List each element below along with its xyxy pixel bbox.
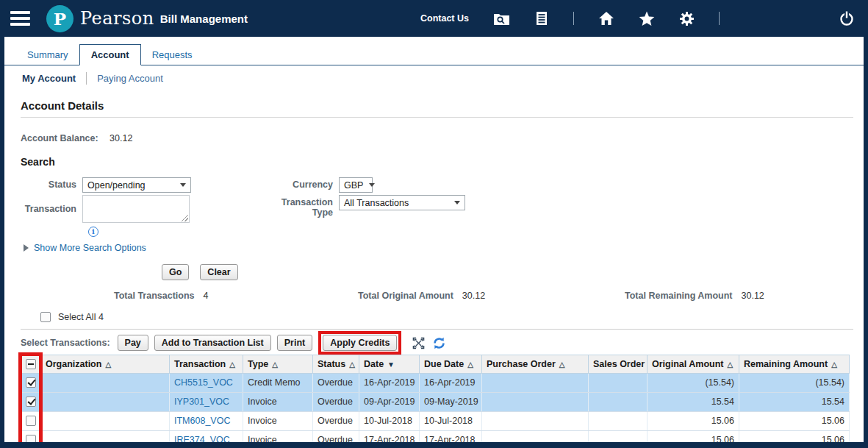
transaction-link[interactable]: IYP301_VOC xyxy=(174,397,229,407)
cell-organization xyxy=(41,392,170,411)
home-icon[interactable] xyxy=(598,11,614,26)
sub-tabs: My Account Paying Account xyxy=(4,65,864,90)
add-to-transaction-list-button[interactable]: Add to Transaction List xyxy=(154,335,271,351)
col-purchase-order[interactable]: Purchase Order xyxy=(482,355,589,373)
col-transaction[interactable]: Transaction xyxy=(170,355,243,373)
total-original-amount-label: Total Original Amount xyxy=(358,291,453,301)
total-remaining-amount-label: Total Remaining Amount xyxy=(625,291,733,301)
table-row: IYP301_VOC Invoice Overdue 09-Apr-2019 0… xyxy=(21,392,850,411)
tab-requests[interactable]: Requests xyxy=(141,45,204,65)
col-sales-order[interactable]: Sales Order xyxy=(589,355,648,373)
subtab-paying-account[interactable]: Paying Account xyxy=(97,73,163,84)
tab-summary[interactable]: Summary xyxy=(16,45,79,65)
annotation-apply-credits-highlight: Apply Credits xyxy=(318,331,401,355)
settings-gear-icon[interactable] xyxy=(679,11,695,26)
cell-type: Credit Memo xyxy=(243,373,313,392)
select-transactions-label: Select Transactions: xyxy=(21,338,110,348)
col-remaining-amount[interactable]: Remaining Amount xyxy=(739,355,850,373)
chevron-down-icon xyxy=(369,183,375,187)
favorites-star-icon[interactable] xyxy=(639,11,655,26)
resize-handle[interactable] xyxy=(182,215,188,221)
page-content: Summary Account Requests My Account Payi… xyxy=(0,37,868,448)
status-label: Status xyxy=(21,177,82,190)
detach-table-icon[interactable] xyxy=(412,337,425,349)
go-button[interactable]: Go xyxy=(162,264,189,280)
transaction-input[interactable] xyxy=(82,195,190,223)
total-transactions-label: Total Transactions xyxy=(114,291,195,301)
sort-asc-icon xyxy=(559,360,565,369)
row-checkbox[interactable] xyxy=(26,377,36,388)
header-select-all[interactable] xyxy=(21,355,41,373)
table-header-row: Organization Transaction Type Status Dat… xyxy=(21,355,850,373)
cell-date: 10-Jul-2018 xyxy=(359,411,420,430)
account-balance-label: Account Balance: xyxy=(21,133,98,143)
folder-search-icon[interactable] xyxy=(493,12,510,26)
transaction-link[interactable]: IRE374_VOC xyxy=(174,435,230,445)
col-type[interactable]: Type xyxy=(243,355,313,373)
document-list-icon[interactable] xyxy=(534,11,549,26)
tab-account[interactable]: Account xyxy=(79,44,141,65)
cell-original-amount: 15.06 xyxy=(648,411,739,430)
select-all-indeterminate-checkbox[interactable] xyxy=(26,359,36,369)
search-form: Status Open/pending Currency GBP Transac… xyxy=(21,177,853,253)
col-original-amount[interactable]: Original Amount xyxy=(648,355,739,373)
cell-type: Invoice xyxy=(243,392,313,411)
col-due-date[interactable]: Due Date xyxy=(420,355,482,373)
row-checkbox[interactable] xyxy=(26,397,36,407)
table-row: IRE374_VOC Invoice Overdue 17-Apr-2018 1… xyxy=(21,430,850,448)
account-balance-value: 30.12 xyxy=(110,133,132,143)
transaction-type-label: Transaction Type xyxy=(259,195,339,218)
transaction-link[interactable]: ITM608_VOC xyxy=(174,416,230,426)
col-status[interactable]: Status xyxy=(313,355,359,373)
select-all-checkbox[interactable] xyxy=(40,312,51,322)
pay-button[interactable]: Pay xyxy=(118,335,148,351)
sort-asc-icon xyxy=(727,360,733,369)
search-buttons: Go Clear xyxy=(162,264,853,280)
row-checkbox[interactable] xyxy=(26,435,36,445)
subtab-my-account[interactable]: My Account xyxy=(22,73,76,84)
transaction-type-select[interactable]: All Transactions xyxy=(339,195,465,210)
print-button[interactable]: Print xyxy=(277,335,312,351)
cell-status: Overdue xyxy=(313,430,359,448)
search-heading: Search xyxy=(21,156,853,168)
col-organization[interactable]: Organization xyxy=(41,355,170,373)
account-balance-row: Account Balance: 30.12 xyxy=(21,133,853,143)
transaction-link[interactable]: CH5515_VOC xyxy=(174,377,233,388)
contact-us-link[interactable]: Contact Us xyxy=(420,13,469,24)
apply-credits-button[interactable]: Apply Credits xyxy=(323,335,397,351)
cell-remaining-amount: 15.06 xyxy=(739,411,850,430)
pearson-logo-icon[interactable]: P xyxy=(46,5,73,32)
hamburger-menu-icon[interactable] xyxy=(10,11,30,26)
row-checkbox[interactable] xyxy=(26,416,36,426)
table-row: CH5515_VOC Credit Memo Overdue 16-Apr-20… xyxy=(21,373,850,392)
cell-status: Overdue xyxy=(313,411,359,430)
col-date[interactable]: Date xyxy=(359,355,420,373)
expand-arrow-icon xyxy=(24,244,29,252)
transactions-table-wrap: Organization Transaction Type Status Dat… xyxy=(21,355,853,448)
cell-remaining-amount: (15.54) xyxy=(739,373,850,392)
cell-due-date: 10-Jul-2018 xyxy=(420,411,482,430)
info-icon[interactable] xyxy=(88,227,98,237)
cell-purchase-order xyxy=(482,430,589,448)
brand-name: Pearson xyxy=(80,8,154,29)
cell-sales-order xyxy=(589,430,648,448)
sort-asc-icon xyxy=(229,360,235,369)
total-remaining-amount-value: 30.12 xyxy=(742,291,764,301)
cell-purchase-order xyxy=(482,411,589,430)
app-title: Bill Management xyxy=(160,13,248,25)
cell-type: Invoice xyxy=(243,430,313,448)
power-logout-icon[interactable] xyxy=(839,10,855,26)
status-select[interactable]: Open/pending xyxy=(82,177,191,193)
clear-button[interactable]: Clear xyxy=(200,264,237,280)
sort-asc-icon xyxy=(272,360,278,369)
title-rule xyxy=(21,117,853,118)
navbar-divider xyxy=(573,12,574,25)
currency-select[interactable]: GBP xyxy=(339,177,373,193)
transaction-label: Transaction xyxy=(21,195,82,214)
totals-row: Total Transactions4 Total Original Amoun… xyxy=(21,291,853,303)
cell-type: Invoice xyxy=(243,411,313,430)
show-more-search-options[interactable]: Show More Search Options xyxy=(24,243,853,253)
currency-label: Currency xyxy=(259,177,339,190)
main-tabs: Summary Account Requests xyxy=(4,44,864,65)
refresh-icon[interactable] xyxy=(433,337,445,349)
